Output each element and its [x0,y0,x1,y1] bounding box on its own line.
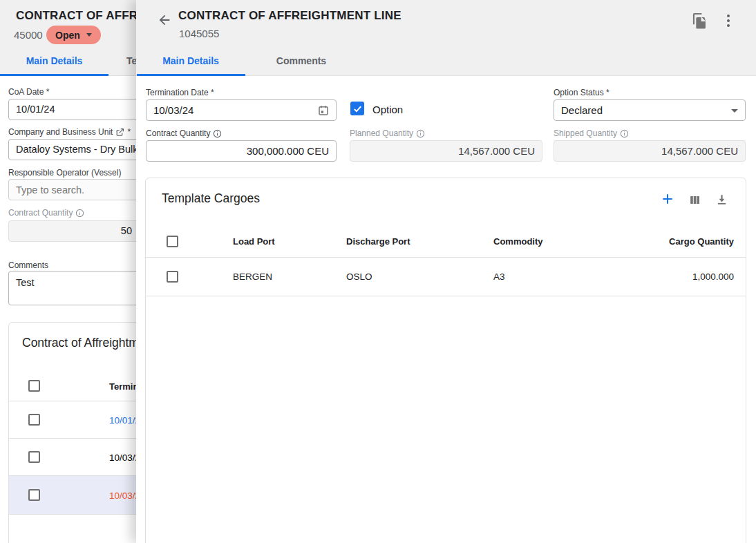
plus-icon [661,192,674,206]
cell-cargo-quantity: 1,000.000 [645,272,746,282]
back-button[interactable] [155,11,173,29]
kebab-menu-icon [721,13,735,28]
copy-icon [692,12,708,30]
column-header-discharge-port: Discharge Port [346,236,493,247]
shipped-quantity-label: Shipped Quantity [554,128,629,138]
table-row[interactable]: BERGEN OSLO A3 1,000.000 [146,258,746,296]
coa-line-title: CONTRACT OF AFFREIGHTMENT LINE [178,9,401,23]
info-icon [620,129,629,138]
row-checkbox[interactable] [167,271,178,283]
calendar-icon[interactable] [317,104,330,117]
option-checkbox-label: Option [372,104,403,115]
option-checkbox[interactable] [350,102,364,115]
coa-date-label: CoA Date * [8,87,49,97]
coa-tab-main-details[interactable]: Main Details [0,47,108,75]
shipped-quantity-input: 14,567.000 CEU [554,140,746,162]
coa-line-header: CONTRACT OF AFFREIGHTMENT LINE 1045055 M… [136,0,756,76]
option-status-label: Option Status * [554,88,609,97]
comments-label: Comments [8,260,48,270]
column-header-cargo-quantity: Cargo Quantity [645,236,746,247]
cell-discharge-port: OSLO [346,272,493,282]
select-all-checkbox[interactable] [28,380,40,392]
template-cargoes-header-row: Load Port Discharge Port Commodity Cargo… [146,225,746,257]
more-menu-button[interactable] [720,11,737,30]
caret-down-icon [86,33,92,37]
contract-quantity-left-label: Contract Quantity [8,208,84,218]
line-tab-comments[interactable]: Comments [245,47,357,75]
line-tab-main-details[interactable]: Main Details [136,47,245,75]
column-header-commodity: Commodity [493,236,645,247]
columns-icon [688,193,701,207]
download-button[interactable] [712,190,730,208]
row-checkbox[interactable] [28,414,40,426]
copy-button[interactable] [690,12,708,30]
open-in-new-icon[interactable] [115,128,124,137]
company-label: Company and Business Unit * [8,127,131,137]
cell-load-port: BERGEN [233,272,346,282]
caret-down-icon [731,109,738,113]
template-cargoes-card: Template Cargoes Load Port Discharge Por… [145,178,746,543]
info-icon [75,209,84,218]
termination-date-input[interactable]: 10/03/24 [146,99,337,121]
active-tab-underline [137,74,245,76]
select-all-checkbox[interactable] [167,236,178,247]
status-badge[interactable]: Open [46,26,101,44]
termination-date-label: Termination Date * [146,88,214,97]
columns-button[interactable] [686,191,703,209]
contract-quantity-label: Contract Quantity [146,128,222,138]
coa-line-record-id: 1045055 [179,28,219,39]
active-tab-underline [0,74,108,76]
info-icon [213,129,222,138]
column-header-load-port: Load Port [233,236,346,247]
contract-quantity-left-input: 50 [8,220,140,242]
status-badge-label: Open [55,30,80,41]
checkmark-icon [352,104,363,114]
add-cargo-button[interactable] [659,190,677,208]
coa-record-id: 45000 [14,29,43,41]
download-icon [715,193,728,206]
contract-quantity-input[interactable]: 300,000.000 CEU [146,140,337,162]
coa-line-panel: CONTRACT OF AFFREIGHTMENT LINE 1045055 M… [136,0,756,543]
planned-quantity-input: 14,567.000 CEU [350,140,542,162]
app-window: CONTRACT OF AFFREIGHTMENT 45000 Open Mai… [0,0,756,543]
row-checkbox[interactable] [28,451,40,463]
info-icon [416,129,425,138]
cell-commodity: A3 [493,272,645,282]
template-cargoes-title: Template Cargoes [162,191,260,206]
planned-quantity-label: Planned Quantity [350,128,425,138]
row-checkbox[interactable] [28,489,40,501]
responsible-operator-label: Responsible Operator (Vessel) [8,168,121,178]
option-status-select[interactable]: Declared [554,99,746,121]
arrow-back-icon [157,12,172,28]
